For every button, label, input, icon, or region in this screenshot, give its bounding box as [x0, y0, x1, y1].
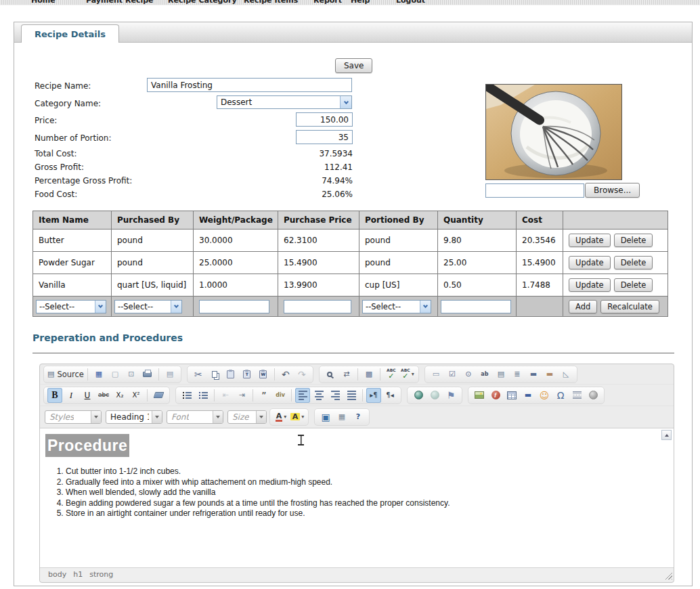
select-dropdown-arrow-icon[interactable]: [420, 301, 431, 313]
element-path-strong[interactable]: strong: [89, 570, 113, 579]
spell-check-as-you-type-icon[interactable]: ABC✓▾: [400, 367, 415, 382]
styles-combo[interactable]: Styles: [45, 410, 102, 424]
paste-plain-text-icon[interactable]: T: [240, 367, 255, 382]
templates-icon[interactable]: ▤: [162, 367, 177, 382]
print-icon[interactable]: [140, 367, 155, 382]
new-purchase-price-input[interactable]: [284, 300, 351, 313]
select-all-icon[interactable]: ▩: [362, 367, 376, 382]
superscript-button[interactable]: X²: [129, 388, 144, 403]
new-portioned-by-select[interactable]: --Select--: [362, 300, 431, 313]
maximize-icon[interactable]: ▣: [318, 410, 333, 424]
text-direction-rtl-icon[interactable]: ¶◂: [382, 388, 397, 403]
horizontal-rule-icon[interactable]: ▬: [521, 388, 535, 403]
numbered-list-icon[interactable]: [179, 388, 194, 403]
menu-item-report[interactable]: Report: [313, 0, 342, 5]
form-icon[interactable]: ▭: [429, 367, 443, 382]
editor-content[interactable]: Procedure Cut butter into 1-1/2 inch cub…: [40, 428, 674, 567]
save-icon[interactable]: ▦: [91, 367, 106, 382]
justify-icon[interactable]: [344, 388, 359, 403]
italic-button[interactable]: I: [64, 388, 79, 403]
smiley-icon[interactable]: ☺: [537, 388, 552, 403]
anchor-icon[interactable]: ⚑: [443, 388, 458, 403]
strikethrough-button[interactable]: abc: [96, 388, 111, 403]
update-ingredient-button[interactable]: Update: [569, 256, 611, 269]
photo-file-input[interactable]: [485, 183, 584, 198]
subscript-button[interactable]: X₂: [112, 388, 127, 403]
format-combo[interactable]: Heading 1: [106, 410, 162, 424]
menu-item-logout[interactable]: Logout: [396, 0, 425, 5]
price-input[interactable]: [296, 112, 353, 127]
portion-input[interactable]: [296, 130, 353, 144]
button-icon[interactable]: ▬: [526, 367, 541, 382]
replace-icon[interactable]: ⇄: [339, 367, 354, 382]
selection-field-icon[interactable]: ≣: [510, 367, 525, 382]
scroll-up-button[interactable]: [661, 430, 672, 440]
new-weight-input[interactable]: [199, 300, 269, 313]
menu-item-payment[interactable]: Payment: [86, 0, 123, 5]
menu-item-recipe[interactable]: Recipe: [125, 0, 154, 5]
recipe-name-input[interactable]: [147, 78, 352, 92]
browse-button[interactable]: Browse...: [585, 183, 640, 198]
page-break-icon[interactable]: [569, 388, 584, 403]
element-path-h1[interactable]: h1: [73, 570, 83, 579]
show-blocks-icon[interactable]: ▦: [334, 410, 349, 424]
new-item-select[interactable]: --Select--: [36, 300, 106, 313]
checkbox-icon[interactable]: ☑: [445, 367, 460, 382]
image-button-icon[interactable]: ▬: [542, 367, 557, 382]
align-center-icon[interactable]: [311, 388, 326, 403]
hidden-field-icon[interactable]: ◺: [559, 367, 573, 382]
remove-format-icon[interactable]: [151, 388, 166, 403]
background-color-icon[interactable]: A▾: [290, 410, 305, 424]
size-combo[interactable]: Size: [227, 410, 267, 424]
text-field-icon[interactable]: ab: [477, 367, 492, 382]
recalculate-button[interactable]: Recalculate: [600, 300, 659, 313]
select-dropdown-arrow-icon[interactable]: [95, 301, 106, 313]
about-icon[interactable]: ?: [351, 410, 366, 424]
select-dropdown-arrow-icon[interactable]: [171, 301, 181, 313]
menu-item-home[interactable]: Home: [31, 0, 56, 5]
radio-button-icon[interactable]: ⊙: [461, 367, 476, 382]
find-icon[interactable]: [323, 367, 338, 382]
font-combo[interactable]: Font: [167, 410, 223, 424]
category-select[interactable]: Dessert: [217, 95, 352, 109]
select-dropdown-arrow-icon[interactable]: [340, 96, 351, 108]
bulleted-list-icon[interactable]: [196, 388, 211, 403]
flash-icon[interactable]: ƒ: [488, 388, 503, 403]
element-path-body[interactable]: body: [48, 570, 66, 579]
update-ingredient-button[interactable]: Update: [569, 278, 611, 292]
paste-icon[interactable]: [223, 367, 238, 382]
source-button[interactable]: ▤Source: [47, 367, 84, 382]
blockquote-icon[interactable]: ”: [257, 388, 271, 403]
copy-icon[interactable]: [207, 367, 222, 382]
menu-item-recipe-items[interactable]: Recipe Items: [244, 0, 298, 5]
iframe-icon[interactable]: [586, 388, 600, 403]
update-ingredient-button[interactable]: Update: [569, 234, 611, 247]
menu-item-recipe-category[interactable]: Recipe Category: [168, 0, 237, 5]
undo-icon[interactable]: ↶: [278, 367, 293, 382]
underline-button[interactable]: U: [80, 388, 95, 403]
preview-icon[interactable]: ⊡: [124, 367, 139, 382]
new-purchased-by-select[interactable]: --Select--: [114, 300, 182, 313]
special-character-icon[interactable]: Ω: [553, 388, 568, 403]
div-container-icon[interactable]: div: [273, 388, 288, 403]
cut-icon[interactable]: ✂: [191, 367, 206, 382]
delete-ingredient-button[interactable]: Delete: [614, 234, 653, 247]
spell-check-icon[interactable]: ABC✓: [384, 367, 399, 382]
textarea-icon[interactable]: ▤: [494, 367, 508, 382]
save-button[interactable]: Save: [335, 58, 372, 73]
delete-ingredient-button[interactable]: Delete: [614, 278, 653, 292]
text-direction-ltr-icon[interactable]: ▸¶: [366, 388, 381, 403]
image-icon[interactable]: [472, 388, 487, 403]
table-icon[interactable]: [504, 388, 519, 403]
paste-from-word-icon[interactable]: W: [256, 367, 271, 382]
link-icon[interactable]: [411, 388, 426, 403]
add-ingredient-button[interactable]: Add: [569, 300, 597, 313]
increase-indent-icon[interactable]: ⇥: [234, 388, 249, 403]
editor-resize-handle[interactable]: [663, 571, 672, 580]
bold-button[interactable]: B: [47, 388, 62, 403]
align-right-icon[interactable]: [328, 388, 343, 403]
delete-ingredient-button[interactable]: Delete: [614, 256, 653, 269]
menu-item-help[interactable]: Help: [351, 0, 370, 5]
new-quantity-input[interactable]: [441, 300, 511, 313]
tab-recipe-details[interactable]: Recipe Details: [21, 24, 119, 43]
